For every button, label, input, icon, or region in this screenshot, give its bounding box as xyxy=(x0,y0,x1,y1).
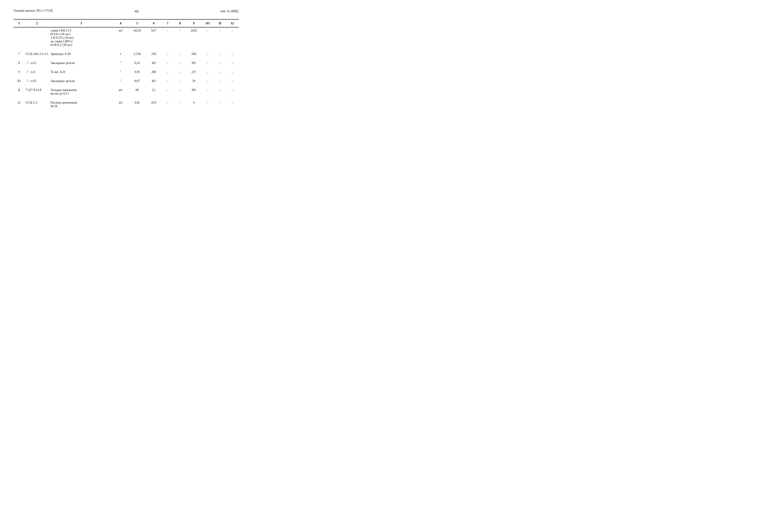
cell-row0-col4: м3 xyxy=(113,27,128,48)
header-project-number: 705-1-175.85 xyxy=(36,9,53,13)
cell-row0-col3: серии I.8I2-I-I I Ø 9.9-I (36 шт) 2 Ø I5… xyxy=(50,27,113,48)
cell-row8-col1: 8 xyxy=(14,60,24,66)
col-header-11: II xyxy=(214,19,226,27)
cell-row0-col7: – xyxy=(161,27,174,48)
cell-row9-col7: – xyxy=(161,69,174,75)
col-header-10: IO xyxy=(201,19,214,27)
cell-row9-col11: – xyxy=(214,69,226,75)
cell-row12-col1: I2 xyxy=(14,99,24,109)
col-header-8: 8 xyxy=(174,19,186,27)
spacer-row xyxy=(14,57,239,60)
cell-row10-col7: – xyxy=(161,78,174,84)
cell-row11-col8: – xyxy=(174,87,186,97)
cell-row7-col2: ССЦ табл.3-I п.3 xyxy=(24,51,49,57)
cell-row9-col3: То же, А-II xyxy=(50,69,113,75)
cell-row11-col2: 7-I27 9-I-I.8 xyxy=(24,87,49,97)
col-header-12: I2 xyxy=(226,19,239,27)
cell-row7-col3: Арматура А-III xyxy=(50,51,113,57)
cell-row12-col6: 2I,9 xyxy=(146,99,161,109)
cell-row0-col2 xyxy=(24,27,49,48)
cell-row8-col12: – xyxy=(226,60,239,66)
cell-row11-col10: – xyxy=(201,87,214,97)
cell-row12-col2: ССЦ 2-2 xyxy=(24,99,49,109)
cell-row7-col11: – xyxy=(214,51,226,57)
cell-row8-col3: Закладные детали xyxy=(50,60,113,66)
cell-row8-col7: – xyxy=(161,60,174,66)
table-header-row: I 2 3 4 5 6 7 8 9 IO II I2 xyxy=(14,19,239,27)
cell-row12-col4: м3 xyxy=(113,99,128,109)
cell-row10-col12: – xyxy=(226,78,239,84)
table-row: II 7-I27 9-I-I.8 Укладка перемычеквесом … xyxy=(14,87,239,97)
cell-row10-col10: – xyxy=(201,78,214,84)
cell-row0-col10: – xyxy=(201,27,214,48)
cell-row10-col11: – xyxy=(214,78,226,84)
cell-row8-col8: – xyxy=(174,60,186,66)
cell-row11-col12: – xyxy=(226,87,239,97)
cell-row11-col9: I02 xyxy=(186,87,201,97)
cell-row10-col9: 29 xyxy=(186,78,201,84)
cell-row10-col1: IO xyxy=(14,78,24,84)
cell-row9-col2: –"– п.4 xyxy=(24,69,49,75)
cell-row8-col10: – xyxy=(201,60,214,66)
cell-row10-col5: 0,07 xyxy=(128,78,146,84)
cell-row11-col1: II xyxy=(14,87,24,97)
cell-row0-col9: 2425 xyxy=(186,27,201,48)
page-header: Типовой проект 705-1-175.85 -12- инв. № … xyxy=(14,9,239,15)
cell-row10-col3: Закладные детали xyxy=(50,78,113,84)
cell-row11-col6: I,5 xyxy=(146,87,161,97)
cell-row0-col11: – xyxy=(214,27,226,48)
header-center: -12- xyxy=(134,10,139,13)
col-header-1: I xyxy=(14,19,24,27)
cell-row0-col6: 54,7 xyxy=(146,27,161,48)
spacer-row xyxy=(14,66,239,69)
cell-row9-col12: – xyxy=(226,69,239,75)
header-right: инв. № 8992 xyxy=(221,9,239,14)
header-inv-prefix: инв. № xyxy=(221,10,230,13)
cell-row11-col5: 68 xyxy=(128,87,146,97)
cell-row9-col4: " xyxy=(113,69,128,75)
cell-row10-col8: – xyxy=(174,78,186,84)
cell-row11-col7: – xyxy=(161,87,174,97)
col-header-4: 4 xyxy=(113,19,128,27)
cell-row0-col1 xyxy=(14,27,24,48)
table-row: 9 –"– п.4 То же, А-II " 0,9I 260 – – 237… xyxy=(14,69,239,75)
table-row: IO –"– п.I3 Закладные детали " 0,07 4I3 … xyxy=(14,78,239,84)
table-row: серии I.8I2-I-I I Ø 9.9-I (36 шт) 2 Ø I5… xyxy=(14,27,239,48)
cell-row10-col6: 4I3 xyxy=(146,78,161,84)
table-row: 8 –"– п.I3 Закладные детали " 0,25 4I3 –… xyxy=(14,60,239,66)
cell-row11-col11: – xyxy=(214,87,226,97)
col-header-3: 3 xyxy=(50,19,113,27)
cell-row12-col11: – xyxy=(214,99,226,109)
cell-row7-col6: 250 xyxy=(146,51,161,57)
cell-row8-col9: I03 xyxy=(186,60,201,66)
header-project-label: Типовой проект xyxy=(14,9,35,13)
cell-row11-col3: Укладка перемычеквесом до 0,3 т xyxy=(50,87,113,97)
cell-row7-col4: т xyxy=(113,51,128,57)
header-inv-number: 8992 xyxy=(231,9,239,14)
cell-row0-col5: 44,34 xyxy=(128,27,146,48)
cell-row9-col8: – xyxy=(174,69,186,75)
cell-row7-col7: – xyxy=(161,51,174,57)
cell-row12-col9: 4 xyxy=(186,99,201,109)
spacer-row xyxy=(14,48,239,51)
cell-row8-col2: –"– п.I3 xyxy=(24,60,49,66)
main-table: I 2 3 4 5 6 7 8 9 IO II I2 серии I.8I2-I… xyxy=(14,19,239,109)
spacer-row xyxy=(14,84,239,87)
cell-row12-col5: 0,I6 xyxy=(128,99,146,109)
cell-row9-col6: 260 xyxy=(146,69,161,75)
cell-row8-col5: 0,25 xyxy=(128,60,146,66)
cell-row12-col12: – xyxy=(226,99,239,109)
cell-row7-col12: – xyxy=(226,51,239,57)
cell-row8-col6: 4I3 xyxy=(146,60,161,66)
cell-row7-col10: – xyxy=(201,51,214,57)
cell-row0-col12: – xyxy=(226,27,239,48)
cell-row12-col10: – xyxy=(201,99,214,109)
cell-row7-col8: – xyxy=(174,51,186,57)
cell-row12-col7: – xyxy=(161,99,174,109)
cell-row8-col11: – xyxy=(214,60,226,66)
cell-row7-col9: 584 xyxy=(186,51,201,57)
cell-row0-col8: – xyxy=(174,27,186,48)
cell-row7-col1: 7 xyxy=(14,51,24,57)
cell-row9-col10: – xyxy=(201,69,214,75)
cell-row8-col4: " xyxy=(113,60,128,66)
